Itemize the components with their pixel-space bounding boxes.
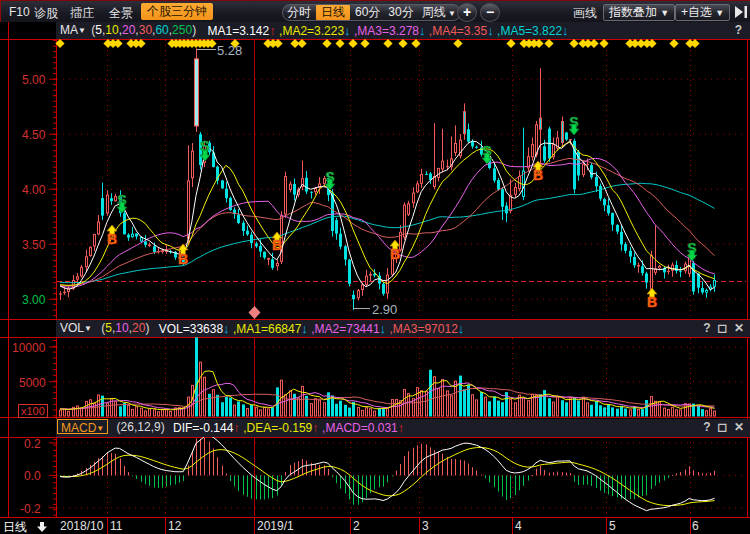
svg-text:B: B <box>272 237 282 253</box>
svg-text:B: B <box>390 246 400 262</box>
svg-text:B: B <box>647 294 657 310</box>
svg-text:B: B <box>178 251 188 267</box>
svg-text:B: B <box>107 231 117 247</box>
svg-text:B: B <box>533 167 543 183</box>
